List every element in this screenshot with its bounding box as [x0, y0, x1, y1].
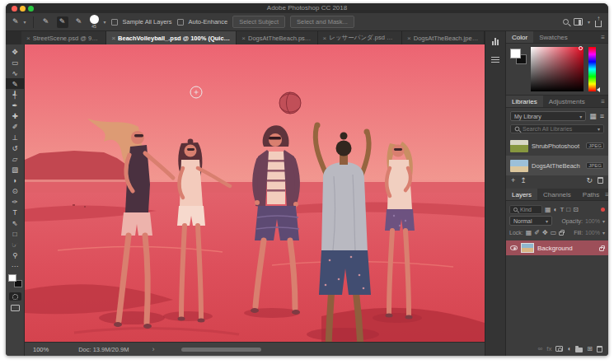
brush-tool[interactable]: ✐	[6, 121, 24, 132]
hue-slider[interactable]	[588, 47, 596, 91]
delete-library-item-icon[interactable]	[598, 177, 603, 184]
close-tab-icon[interactable]: ×	[323, 35, 327, 42]
screen-mode-button[interactable]	[11, 305, 20, 311]
panel-menu-icon[interactable]: ≡	[605, 189, 608, 200]
pen-tool[interactable]: ✑	[6, 196, 24, 207]
auto-enhance-checkbox[interactable]	[177, 19, 184, 26]
blur-tool[interactable]: ◗	[6, 175, 24, 185]
tool-preset-icon[interactable]: ✎	[12, 18, 19, 26]
share-icon[interactable]	[595, 21, 602, 27]
close-tab-icon[interactable]: ×	[111, 35, 115, 42]
histogram-panel-icon[interactable]	[492, 38, 499, 45]
canvas-area[interactable]	[25, 44, 485, 342]
tab-layers[interactable]: Layers	[506, 189, 537, 200]
layer-filter-kind-select[interactable]: Kind	[509, 205, 542, 214]
quick-selection-tool[interactable]: ✎	[6, 78, 24, 89]
eraser-tool[interactable]: ▱	[6, 153, 24, 164]
dodge-tool[interactable]: ⊙	[6, 185, 24, 196]
foreground-background-swatches[interactable]	[8, 274, 22, 287]
type-tool[interactable]: T	[6, 207, 24, 217]
lock-position-icon[interactable]: ✥	[542, 229, 548, 236]
tab-adjustments[interactable]: Adjustments	[543, 96, 591, 107]
shape-tool[interactable]: □	[6, 228, 24, 239]
filter-shape-layers-icon[interactable]: □	[566, 206, 570, 213]
tool-preset-chevron-icon[interactable]: ▾	[24, 19, 26, 25]
foreground-color-swatch[interactable]	[8, 274, 16, 282]
library-search-input[interactable]: Search All Libraries ▾	[510, 124, 604, 133]
add-library-item-icon[interactable]: +	[511, 176, 515, 184]
tab-swatches[interactable]: Swatches	[533, 31, 574, 43]
crop-tool[interactable]: ╃	[6, 89, 24, 100]
filter-smart-object-icon[interactable]: ⊡	[573, 206, 579, 213]
blend-mode-select[interactable]: Normal ▾	[509, 216, 552, 226]
search-icon[interactable]	[563, 19, 569, 25]
tab-dogsatthebeach-jpeg[interactable]: × DogsAtTheBeach.jpeg @ 5...	[402, 31, 485, 44]
sample-all-layers-checkbox[interactable]	[111, 19, 118, 26]
library-item-shrub[interactable]: ShrubPhotoshoot JPEG	[506, 136, 608, 156]
brush-picker-chevron-icon[interactable]: ▾	[104, 19, 106, 25]
move-tool[interactable]: ✥	[6, 46, 24, 57]
hue-slider-marker[interactable]	[597, 87, 600, 92]
spot-healing-tool[interactable]: ✚	[6, 110, 24, 121]
status-chevron-icon[interactable]: ›	[152, 345, 154, 353]
tab-color[interactable]: Color	[506, 31, 533, 43]
workspace-chevron-icon[interactable]: ▾	[588, 19, 590, 25]
edit-toolbar-icon[interactable]: ⋯	[6, 260, 24, 271]
delete-layer-icon[interactable]	[597, 346, 602, 352]
new-layer-icon[interactable]: ⊞	[587, 345, 593, 352]
foreground-color-swatch[interactable]	[510, 49, 521, 58]
select-subject-button[interactable]: Select Subject	[232, 16, 285, 28]
color-panel-swatches[interactable]	[510, 49, 527, 64]
history-brush-tool[interactable]: ↺	[6, 142, 24, 153]
filter-toggle-icon[interactable]	[601, 208, 605, 212]
library-item-dogs[interactable]: DogsAtTheBeach JPEG	[506, 156, 608, 175]
subtract-from-selection-mode-button[interactable]: ✎	[73, 16, 85, 28]
tab-streetscene[interactable]: × StreetScene.psd @ 90% (La...	[21, 31, 106, 44]
grid-view-icon[interactable]: ▦	[589, 112, 597, 120]
tab-channels[interactable]: Channels	[537, 189, 577, 200]
lock-transparency-icon[interactable]: ▦	[526, 229, 532, 236]
eyedropper-tool[interactable]: ✒	[6, 100, 24, 110]
filter-adjustment-layers-icon[interactable]: ◐	[554, 206, 558, 213]
clone-stamp-tool[interactable]: ⊥	[6, 132, 24, 142]
close-tab-icon[interactable]: ×	[241, 35, 246, 42]
import-icon[interactable]: ↥	[520, 176, 527, 184]
lasso-tool[interactable]: ∿	[6, 68, 24, 78]
tab-dogsatthebeach-psd[interactable]: × DogsAtTheBeach.psd @ 5...	[237, 31, 317, 44]
gradient-tool[interactable]: ▨	[6, 164, 24, 175]
tab-paths[interactable]: Paths	[577, 189, 605, 200]
zoom-level-field[interactable]: 100%	[25, 346, 55, 353]
saturation-brightness-field[interactable]	[531, 47, 584, 91]
close-tab-icon[interactable]: ×	[407, 35, 411, 42]
layer-row-background[interactable]: Background	[506, 240, 608, 255]
select-and-mask-button[interactable]: Select and Mask...	[290, 16, 354, 28]
add-layer-mask-icon[interactable]	[555, 346, 563, 352]
library-select[interactable]: My Library ▾	[510, 111, 586, 121]
new-group-folder-icon[interactable]	[575, 348, 583, 352]
link-layers-icon[interactable]: ∞	[538, 345, 543, 352]
sync-icon[interactable]: ↻	[586, 176, 593, 184]
minimize-window-button[interactable]	[20, 6, 26, 12]
filter-pixel-layers-icon[interactable]: ▦	[545, 206, 551, 213]
tab-libraries[interactable]: Libraries	[506, 96, 543, 107]
path-selection-tool[interactable]: ⇖	[6, 217, 24, 228]
zoom-tool[interactable]: ⚲	[6, 250, 24, 260]
list-view-icon[interactable]: ≡	[600, 112, 604, 120]
panel-menu-icon[interactable]: ≡	[601, 96, 608, 107]
add-to-selection-mode-button[interactable]: ✎	[57, 16, 68, 28]
layer-thumbnail[interactable]	[521, 243, 534, 253]
lock-artboard-icon[interactable]: ▭	[551, 229, 557, 236]
quick-mask-toggle-button[interactable]	[9, 292, 21, 301]
layer-style-fx-icon[interactable]: fx	[546, 345, 551, 352]
brush-size-picker[interactable]: 45	[90, 15, 99, 29]
adjustment-layer-icon[interactable]: ◐	[567, 345, 571, 352]
properties-panel-icon[interactable]	[491, 57, 499, 63]
hand-tool[interactable]: ☞	[6, 239, 24, 250]
opacity-value[interactable]: 100%	[585, 218, 600, 224]
tab-redpanda[interactable]: × レッサーパンダ.psd @ 66.7...	[318, 31, 403, 44]
marquee-tool[interactable]: ▭	[6, 57, 24, 68]
filter-type-layers-icon[interactable]: T	[560, 206, 564, 213]
lock-paint-icon[interactable]: ✐	[534, 229, 540, 236]
tab-beachvolleyball-active[interactable]: × BeachVolleyball_.psd @ 100% (Quick Mas…	[106, 31, 237, 44]
fill-value[interactable]: 100%	[585, 230, 600, 236]
